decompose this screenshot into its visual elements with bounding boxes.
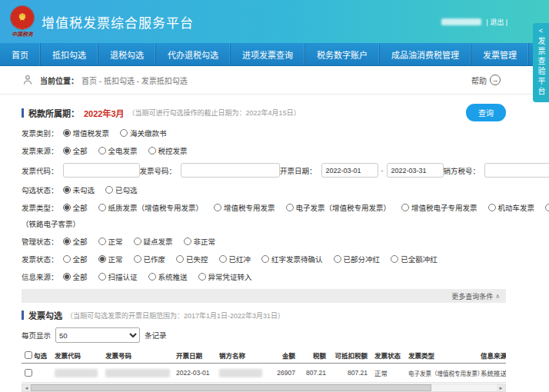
invoice-status-group-radio[interactable] xyxy=(334,255,341,263)
info-source-group-radio[interactable] xyxy=(63,273,71,281)
invoice-source-group-radio[interactable] xyxy=(98,147,106,154)
col-invoice-type: 发票类型 xyxy=(406,347,478,363)
invoice-code-input[interactable] xyxy=(63,163,140,178)
nav-item-input-invoice-query[interactable]: 进项发票查询 xyxy=(231,43,305,65)
manage-status-group-option[interactable]: 非正常 xyxy=(184,236,216,247)
scrollbar-thumb[interactable] xyxy=(31,384,431,391)
invoice-source-group-option[interactable]: 全部 xyxy=(63,145,88,156)
invoice-status-group-option[interactable]: 全部 xyxy=(63,254,88,264)
manage-status-group-option[interactable]: 疑点发票 xyxy=(134,236,173,247)
invoice-status-group-radio[interactable] xyxy=(176,255,184,263)
page-size-select[interactable]: 50 xyxy=(55,327,140,343)
invoice-type-group-option[interactable]: 电子发票（增值税专用发票） xyxy=(286,202,391,213)
seller-tax-no-input[interactable] xyxy=(484,163,549,178)
scroll-left-arrow-icon[interactable]: ◄ xyxy=(22,384,31,391)
info-source-group-radio[interactable] xyxy=(148,273,156,281)
check-status-label: 勾选状态： xyxy=(22,184,58,195)
manage-status-group-radio[interactable] xyxy=(63,238,71,245)
issue-date-to-input[interactable] xyxy=(387,163,444,178)
invoice-source-group-option[interactable]: 税控发票 xyxy=(148,145,188,156)
invoice-category-group-radio[interactable] xyxy=(63,129,71,137)
manage-status-group-radio[interactable] xyxy=(98,238,106,245)
row-checkbox[interactable] xyxy=(25,369,32,377)
invoice-check-side-tab[interactable]: < 发票查验平台 xyxy=(533,23,549,102)
invoice-status-group-option[interactable]: 已失控 xyxy=(176,254,208,264)
nav-item-refund-check[interactable]: 退税勾选 xyxy=(98,43,156,65)
info-source-group-option[interactable]: 系统推送 xyxy=(148,271,188,282)
invoice-type-group-radio[interactable] xyxy=(545,204,549,211)
logout-link[interactable]: | 退出 | xyxy=(486,17,507,27)
invoice-type-group-option-label: 全部 xyxy=(73,202,88,213)
invoice-status-group-option[interactable]: 已红冲 xyxy=(219,254,251,264)
nav-item-deduct-check[interactable]: 抵扣勾选 xyxy=(41,43,98,65)
invoice-type-group-option[interactable]: 机动车发票 xyxy=(488,202,535,213)
invoice-type-group-radio[interactable] xyxy=(286,204,294,211)
invoice-status-group-radio[interactable] xyxy=(134,255,141,263)
info-source-group-option[interactable]: 异常凭证转入 xyxy=(198,271,252,282)
more-conditions-band: 更多查询条件 ∧ xyxy=(22,289,506,303)
invoice-status-group-radio[interactable] xyxy=(261,255,269,263)
nav-item-home[interactable]: 首页 xyxy=(0,43,41,65)
info-source-label: 信息来源： xyxy=(22,271,58,282)
invoice-number-input[interactable] xyxy=(181,163,280,178)
invoice-category-group-option-label: 海关缴款书 xyxy=(130,128,167,138)
scrollbar-track[interactable] xyxy=(31,384,497,391)
invoice-type-group-option[interactable]: 全部 xyxy=(63,202,88,213)
invoice-status-group-option[interactable]: 已作废 xyxy=(134,254,166,264)
invoice-category-group-option[interactable]: 海关缴款书 xyxy=(120,128,167,138)
invoice-status-group-option[interactable]: 已全额冲红 xyxy=(391,254,438,264)
invoice-type-group-option[interactable]: 增值税专用发票 xyxy=(214,202,275,213)
manage-status-group-radio[interactable] xyxy=(134,238,141,245)
col-deductible-tax: 可抵扣税额 xyxy=(331,347,372,363)
redacted-invoice-code xyxy=(55,369,98,377)
more-conditions-link[interactable]: 更多查询条件 xyxy=(451,291,493,301)
manage-status-group-option[interactable]: 正常 xyxy=(98,236,123,247)
invoice-status-group-radio[interactable] xyxy=(391,255,398,263)
query-button[interactable]: 查询 xyxy=(466,104,506,121)
check-status-group-radio[interactable] xyxy=(63,186,71,194)
col-info-source: 信息来源 xyxy=(478,347,506,363)
invoice-category-group-radio[interactable] xyxy=(120,129,128,137)
breadcrumb-row: 当前位置： 首页 - 抵扣勾选 - 发票抵扣勾选 帮助 → xyxy=(0,66,549,95)
horizontal-scrollbar[interactable]: ◄ ► xyxy=(22,384,506,392)
invoice-status-group-radio[interactable] xyxy=(98,255,106,263)
invoice-status-group-option[interactable]: 正常 xyxy=(98,254,123,264)
check-status-group-option[interactable]: 未勾选 xyxy=(63,184,95,195)
invoice-type-group-option[interactable]: 通行费电子发票 xyxy=(545,202,549,213)
main-content: 税款所属期： 2022年3月 （当期可进行勾选操作的截止日期为：2022年4月1… xyxy=(0,95,527,392)
invoice-category-group-option[interactable]: 增值税发票 xyxy=(63,128,110,138)
info-source-group-radio[interactable] xyxy=(98,273,106,281)
nav-item-agent-refund-check[interactable]: 代办退税勾选 xyxy=(156,43,231,65)
invoice-type-group-option[interactable]: 增值税电子专用发票 xyxy=(401,202,477,213)
header-check-cell: 勾选 xyxy=(22,347,52,363)
info-source-group-option[interactable]: 扫描认证 xyxy=(98,271,138,282)
info-source-group-radio[interactable] xyxy=(198,273,206,281)
nav-item-oil-tax-mgmt[interactable]: 成品油消费税管理 xyxy=(380,43,471,65)
invoice-type-group-radio[interactable] xyxy=(401,204,409,211)
invoice-type-group-radio[interactable] xyxy=(98,204,106,211)
invoice-source-group-option[interactable]: 全电发票 xyxy=(98,145,138,156)
invoice-source-group-radio[interactable] xyxy=(63,147,71,154)
invoice-status-group-option[interactable]: 红字发票待确认 xyxy=(261,254,323,264)
issue-date-from-input[interactable] xyxy=(321,163,378,178)
invoice-status-group-option[interactable]: 已部分冲红 xyxy=(334,254,381,264)
check-status-group-radio[interactable] xyxy=(105,186,113,194)
invoice-status-group-radio[interactable] xyxy=(219,255,227,263)
invoice-status-group-option-label: 已红冲 xyxy=(229,254,251,264)
nav-item-tax-digital-account[interactable]: 税务数字账户 xyxy=(305,43,380,65)
invoice-type-group-radio[interactable] xyxy=(214,204,221,211)
info-source-group-option[interactable]: 全部 xyxy=(63,271,88,282)
nav-item-invoice-mgmt[interactable]: 发票管理 xyxy=(471,43,529,65)
select-all-checkbox[interactable] xyxy=(25,351,32,359)
invoice-type-group-radio[interactable] xyxy=(488,204,496,211)
invoice-source-group-radio[interactable] xyxy=(148,147,156,154)
invoice-type-group-option[interactable]: 纸质发票（增值税专用发票） xyxy=(98,202,204,213)
manage-status-group-option[interactable]: 全部 xyxy=(63,236,88,247)
check-status-group-option[interactable]: 已勾选 xyxy=(105,184,138,195)
scroll-right-arrow-icon[interactable]: ► xyxy=(497,384,505,391)
cell-issue-date: 2022-03-01 xyxy=(174,364,217,381)
manage-status-group-radio[interactable] xyxy=(184,238,191,245)
help-button[interactable]: 帮助 → xyxy=(471,75,501,86)
invoice-type-group-radio[interactable] xyxy=(63,204,71,211)
invoice-status-group-radio[interactable] xyxy=(63,255,71,263)
